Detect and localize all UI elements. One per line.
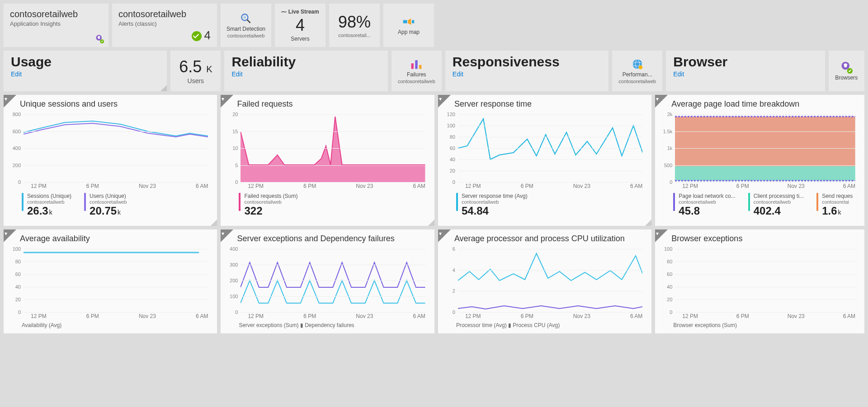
pageload-chart: 05001k1.5k2k [675,114,855,182]
sessions-chart-tile[interactable]: ▾ Unique sessions and users 020040060080… [4,95,217,226]
filter-icon[interactable]: ▾ [222,230,224,237]
browsers-tile[interactable]: Browsers [829,51,864,91]
svg-point-14 [638,65,642,70]
alerts-sub: Alerts (classic) [118,20,211,27]
svg-rect-19 [675,166,855,181]
app-sub: Application Insights [10,20,102,27]
x-axis: 12 PM6 PMNov 236 AM [31,183,208,189]
responsiveness-edit-link[interactable]: Edit [453,70,463,78]
failures-sub: contosoretailweb [398,79,435,84]
legend: Failed requests (Sum)contosoretailweb322 [221,189,434,217]
x-axis: 12 PM6 PMNov 236 AM [682,313,855,319]
x-axis: 12 PM6 PMNov 236 AM [465,183,642,189]
partial-legend: Availability (Avg) [4,319,217,328]
availability-chart-tile[interactable]: ▾ Average availability 020406080100 12 P… [4,229,217,333]
browser-exceptions-chart: 020406080100 [675,249,855,312]
smart-detection-tile[interactable]: Smart Detection contosoretailweb [221,4,271,47]
partial-legend: Processor time (Avg) ▮ Process CPU (Avg) [438,319,651,328]
srt-chart: 020406080100120 [458,114,642,182]
alerts-tile[interactable]: contosoretailweb Alerts (classic) 4 [112,4,217,47]
filter-icon[interactable]: ▾ [5,96,7,102]
top-row: contosoretailweb Application Insights co… [4,4,864,47]
svg-point-4 [244,16,246,19]
partial-legend: Browser exceptions (Sum) [655,319,864,328]
servers-label: Servers [291,36,309,42]
app-map-tile[interactable]: App map [383,4,434,47]
app-title: contosoretailweb [10,9,102,19]
availability-chart-title: Average availability [4,229,217,247]
alerts-count: 4 [192,28,211,42]
exceptions-chart-tile[interactable]: ▾ Server exceptions and Dependency failu… [221,229,434,333]
live-stream-tile[interactable]: ⁓ Live Stream 4 Servers [275,4,326,47]
check-icon [192,31,202,41]
performance-label: Performan... [623,71,652,78]
x-axis: 12 PM6 PMNov 236 AM [465,313,642,319]
legend: Sessions (Unique)contosoretailweb26.3kUs… [4,189,217,217]
app-map-icon [402,15,415,28]
browser-exceptions-chart-tile[interactable]: ▾ Browser exceptions 020406080100 12 PM6… [655,229,864,333]
users-tile[interactable]: 6.5 K Users [170,51,221,91]
usage-edit-link[interactable]: Edit [11,70,22,78]
filter-icon[interactable]: ▾ [656,96,659,102]
category-row: Usage Edit 6.5 K Users Reliability Edit … [4,51,864,91]
app-insights-tile[interactable]: contosoretailweb Application Insights [4,4,108,47]
failed-chart-title: Failed requests [221,95,434,112]
usage-header[interactable]: Usage Edit [4,51,167,91]
svg-line-3 [247,20,250,23]
resize-icon [645,220,651,226]
svg-rect-5 [403,20,407,23]
failed-chart-tile[interactable]: ▾ Failed requests 05101520 12 PM6 PMNov … [221,95,434,226]
failures-tile[interactable]: Failures contosoretailweb [392,51,442,91]
servers-count: 4 [296,16,305,35]
availability-pct-tile[interactable]: 98% contosoretail... [329,4,380,47]
srt-chart-title: Server response time [438,95,651,112]
pageload-chart-title: Average page load time breakdown [655,95,864,112]
failures-label: Failures [407,71,426,78]
pct-sub: contosoretail... [338,33,371,38]
cpu-chart: 0246 [458,249,642,312]
sessions-chart: 0200400600800 [24,114,208,182]
magnifier-icon [240,12,252,25]
filter-icon[interactable]: ▾ [656,230,659,237]
svg-rect-9 [415,60,418,69]
svg-rect-8 [411,63,414,69]
cpu-chart-tile[interactable]: ▾ Average processor and process CPU util… [438,229,651,333]
performance-tile[interactable]: Performan... contosoretailweb [612,51,662,91]
svg-rect-18 [675,117,855,166]
pageload-chart-tile[interactable]: ▾ Average page load time breakdown 05001… [655,95,864,226]
filter-icon[interactable]: ▾ [439,230,442,237]
legend: Page load network co...contosoretailweb4… [655,189,864,217]
bulb-check-icon [95,34,104,43]
filter-icon[interactable]: ▾ [5,230,7,237]
alerts-title: contosoretailweb [118,9,211,19]
x-axis: 12 PM6 PMNov 236 AM [682,183,855,189]
browser-edit-link[interactable]: Edit [673,70,684,78]
partial-legend: Server exceptions (Sum) ▮ Dependency fai… [221,319,434,328]
responsiveness-header[interactable]: Responsiveness Edit [445,51,609,91]
charts-row-1: ▾ Unique sessions and users 020040060080… [4,95,864,226]
failed-chart: 05101520 [241,114,425,182]
resize-icon [160,85,167,91]
browser-exceptions-chart-title: Browser exceptions [655,229,864,247]
exceptions-chart-title: Server exceptions and Dependency failure… [221,229,434,247]
filter-icon[interactable]: ▾ [439,96,442,102]
reliability-header[interactable]: Reliability Edit [224,51,387,91]
live-label: ⁓ Live Stream [281,9,319,15]
srt-chart-tile[interactable]: ▾ Server response time 020406080100120 1… [438,95,651,226]
smart-l2: contosoretailweb [227,33,265,38]
filter-icon[interactable]: ▾ [222,96,224,102]
resize-icon [428,220,434,226]
performance-sub: contosoretailweb [618,79,656,84]
charts-row-2: ▾ Average availability 020406080100 12 P… [4,229,864,333]
users-count: 6.5 K [179,57,212,76]
x-axis: 12 PM6 PMNov 236 AM [248,313,425,319]
bulb-check-icon [840,61,853,74]
browser-header[interactable]: Browser Edit [666,51,825,91]
reliability-edit-link[interactable]: Edit [231,70,242,78]
pct-value: 98% [338,13,371,32]
svg-marker-17 [241,117,425,182]
appmap-label: App map [398,29,420,35]
exceptions-chart: 0100200300400 [241,249,425,312]
resize-icon [211,220,217,226]
usage-title: Usage [11,54,160,70]
